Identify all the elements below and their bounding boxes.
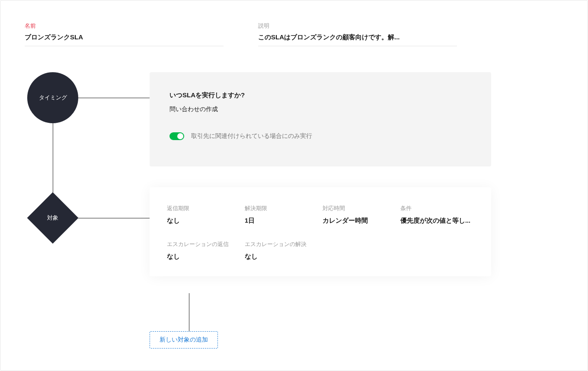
description-label: 説明 [258, 22, 457, 30]
account-only-toggle[interactable] [169, 132, 184, 140]
timing-node-label: タイミング [39, 94, 67, 102]
connector-line [189, 293, 189, 331]
escalation-resolve-field: エスカレーションの解決 なし [245, 240, 318, 261]
field-value: なし [167, 217, 240, 225]
target-card[interactable]: 返信期限 なし 解決期限 1日 対応時間 カレンダー時間 条件 優先度が次の値と… [150, 187, 491, 276]
field-value: 優先度が次の値と等し... [400, 217, 474, 225]
reply-deadline-field: 返信期限 なし [167, 205, 240, 225]
name-value: ブロンズランクSLA [25, 33, 224, 46]
toggle-row: 取引先に関連付けられている場合にのみ実行 [169, 132, 471, 140]
description-field[interactable]: 説明 このSLAはブロンズランクの顧客向けです。解... [258, 22, 457, 46]
name-label: 名前 [25, 22, 224, 30]
header-fields: 名前 ブロンズランクSLA 説明 このSLAはブロンズランクの顧客向けです。解.… [0, 0, 588, 46]
toggle-label: 取引先に関連付けられている場合にのみ実行 [191, 132, 312, 140]
field-label: 条件 [400, 205, 474, 212]
escalation-reply-field: エスカレーションの返信 なし [167, 240, 240, 261]
field-value: なし [167, 253, 240, 261]
toggle-knob [177, 133, 183, 139]
timing-node[interactable]: タイミング [27, 72, 78, 123]
field-value: なし [245, 253, 318, 261]
condition-field: 条件 優先度が次の値と等し... [400, 205, 474, 225]
field-label: エスカレーションの解決 [245, 240, 318, 248]
connector-line [53, 123, 53, 192]
target-grid: 返信期限 なし 解決期限 1日 対応時間 カレンダー時間 条件 優先度が次の値と… [167, 205, 474, 261]
timing-card[interactable]: いつSLAを実行しますか? 問い合わせの作成 取引先に関連付けられている場合にの… [150, 72, 491, 166]
field-label: 対応時間 [323, 205, 396, 212]
description-value: このSLAはブロンズランクの顧客向けです。解... [258, 33, 457, 46]
field-label: 返信期限 [167, 205, 240, 212]
target-node-label: 対象 [47, 214, 58, 222]
connector-line [78, 98, 150, 98]
field-value: カレンダー時間 [323, 217, 396, 225]
target-node[interactable]: 対象 [27, 192, 78, 243]
timing-card-title: いつSLAを実行しますか? [169, 91, 471, 99]
resolve-deadline-field: 解決期限 1日 [245, 205, 318, 225]
connector-line [78, 218, 150, 218]
timing-card-value: 問い合わせの作成 [169, 106, 471, 113]
field-label: 解決期限 [245, 205, 318, 212]
name-field[interactable]: 名前 ブロンズランクSLA [25, 22, 224, 46]
field-value: 1日 [245, 217, 318, 225]
field-label: エスカレーションの返信 [167, 240, 240, 248]
response-time-field: 対応時間 カレンダー時間 [323, 205, 396, 225]
add-target-button[interactable]: 新しい対象の追加 [150, 331, 218, 349]
sla-editor-container: 名前 ブロンズランクSLA 説明 このSLAはブロンズランクの顧客向けです。解.… [0, 0, 588, 371]
